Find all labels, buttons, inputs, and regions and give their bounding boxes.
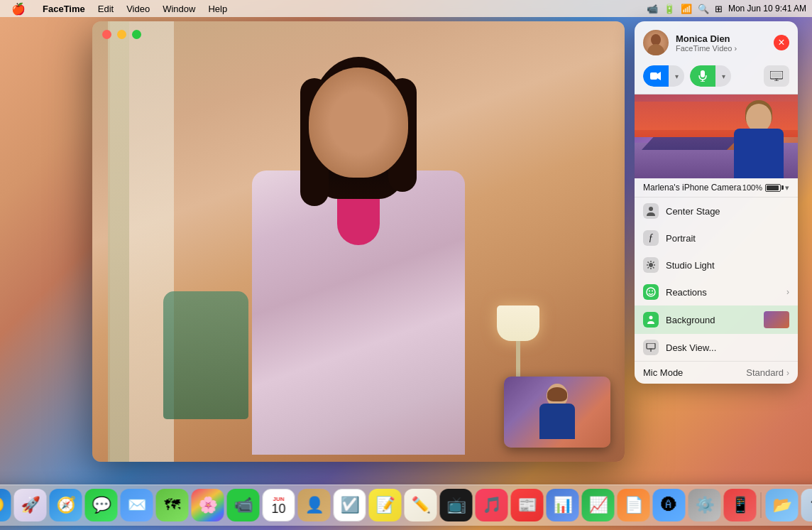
dock-pages[interactable]: 📄 [618,489,650,521]
hud-mic-group: ▾ [690,65,731,87]
apple-menu[interactable]: 🍎 [6,1,31,17]
pip-video-bg [504,377,610,448]
hud-video-button[interactable] [643,65,669,87]
dock-mail[interactable]: ✉️ [121,489,153,521]
svg-point-11 [649,263,653,267]
search-icon[interactable]: 🔍 [698,4,709,14]
portrait-label: Portrait [666,233,789,244]
dock-news[interactable]: 📰 [511,489,544,521]
dock-photos[interactable]: 🌸 [192,489,224,521]
menubar-help[interactable]: Help [202,2,233,16]
svg-point-10 [649,207,653,211]
svg-marker-1 [657,72,661,80]
hud-close-button[interactable] [774,35,789,50]
dock-trash[interactable]: 🗑 [801,489,813,521]
facetime-hud: Monica Dien FaceTime Video › ▾ [635,21,798,384]
hud-video-group: ▾ [643,65,684,87]
hud-battery-percent: 100% [742,183,762,192]
menubar-app-name[interactable]: FaceTime [37,2,91,16]
dock-safari[interactable]: 🧭 [50,489,82,521]
svg-rect-24 [647,343,655,349]
hud-mic-chevron[interactable]: ▾ [715,65,731,87]
menu-item-background[interactable]: Background [635,305,798,334]
dock-keynote[interactable]: 📊 [547,489,579,521]
hud-preview-head [746,104,772,132]
hud-mic-mode-row[interactable]: Mic Mode Standard › [635,361,798,384]
hud-mic-button[interactable] [690,65,715,87]
photos-icon: 🌸 [198,496,217,514]
svg-point-21 [649,291,650,292]
fullscreen-button[interactable] [132,30,141,39]
launchpad-icon: 🚀 [21,496,40,514]
menu-item-studio-light[interactable]: Studio Light [635,252,798,278]
dock-reminders[interactable]: ☑️ [334,489,366,521]
hud-video-chevron[interactable]: ▾ [669,65,684,87]
dock-contacts[interactable]: 👤 [298,489,331,521]
control-center-icon[interactable]: ⊞ [715,4,723,14]
wifi-icon[interactable]: 📶 [681,4,692,14]
hud-screen-share-button[interactable] [764,65,789,87]
dock-launchpad[interactable]: 🚀 [14,489,47,521]
folder-icon: 📂 [772,496,791,514]
background-thumbnail [764,311,789,328]
hud-header: Monica Dien FaceTime Video › [635,21,798,61]
dock-messages[interactable]: 💬 [85,489,118,521]
battery-indicator [765,184,781,192]
music-icon: 🎵 [482,496,501,514]
video-camera-icon [650,71,662,81]
dock-numbers[interactable]: 📈 [582,489,615,521]
hud-expand-chevron[interactable]: ▾ [785,183,789,193]
hud-video-preview [635,94,798,178]
safari-icon: 🧭 [56,496,75,514]
svg-point-23 [649,316,653,320]
menu-item-portrait[interactable]: ƒ Portrait [635,225,798,252]
hud-subtitle[interactable]: FaceTime Video › [676,44,767,53]
messages-icon: 💬 [92,496,111,514]
traffic-lights [102,30,141,39]
dock-freeform[interactable]: ✏️ [405,489,437,521]
calendar-date: 10 [271,502,285,515]
hud-camera-label: Marlena's iPhone Camera [643,183,742,193]
menubar-video[interactable]: Video [121,2,155,16]
person-background-icon [646,315,656,325]
facetime-status-icon[interactable]: 📹 [647,4,658,14]
mic-mode-label: Mic Mode [643,367,746,378]
menu-item-desk-view[interactable]: Desk View... [635,334,798,361]
dock-appletv[interactable]: 📺 [440,489,473,521]
menu-item-center-stage[interactable]: Center Stage [635,198,798,225]
freeform-icon: ✏️ [411,496,430,514]
background-icon [643,312,659,328]
minimize-button[interactable] [117,30,126,39]
pip-person-body [539,404,575,439]
pip-person [536,384,578,440]
reactions-label: Reactions [666,287,779,298]
room-curtain [108,21,129,462]
pages-icon: 📄 [624,496,643,514]
dock-facetime[interactable]: 📹 [227,489,260,521]
portrait-icon: ƒ [643,230,659,246]
menubar-window[interactable]: Window [157,2,201,16]
dock-finder[interactable]: 🙂 [0,489,11,521]
dock-iphone-mirroring[interactable]: 📱 [724,489,757,521]
dock-settings[interactable]: ⚙️ [688,489,721,521]
dock-maps[interactable]: 🗺 [156,489,189,521]
dock-calendar[interactable]: JUN 10 [263,489,295,521]
smile-icon [646,287,656,297]
trash-icon: 🗑 [810,496,813,514]
menu-item-reactions[interactable]: Reactions › [635,278,798,305]
desk-view-icon [643,340,659,355]
menubar-edit[interactable]: Edit [92,2,119,16]
close-button[interactable] [102,30,111,39]
monitor-icon [646,343,656,352]
dock-appstore[interactable]: 🅐 [653,489,686,521]
dock-downloads-folder[interactable]: 📂 [766,489,799,521]
dock-music[interactable]: 🎵 [476,489,508,521]
pip-video[interactable] [504,377,610,448]
facetime-icon: 📹 [234,496,253,514]
dock-notes[interactable]: 📝 [369,489,402,521]
settings-icon: ⚙️ [695,496,714,514]
svg-line-18 [653,262,654,264]
hud-avatar [643,30,669,55]
svg-rect-2 [701,70,705,77]
hud-contact-name: Monica Dien [676,33,767,44]
